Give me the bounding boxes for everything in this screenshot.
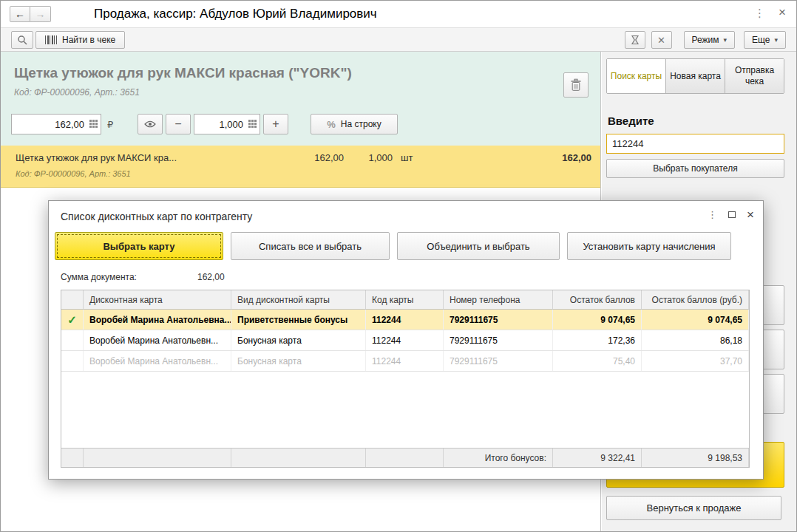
- receipt-line-row[interactable]: Щетка утюжок для рук МАКСИ кра... 162,00…: [1, 146, 600, 188]
- row-phone: 7929111675: [444, 310, 553, 330]
- cancel-x-icon: ✕: [657, 35, 665, 46]
- header-card[interactable]: Дисконтная карта: [84, 290, 231, 309]
- header-phone[interactable]: Номер телефона: [444, 290, 553, 309]
- title-bar: ← → Продажа, кассир: Абдулов Юрий Владим…: [1, 1, 796, 27]
- more-label: Еще: [752, 35, 770, 45]
- row-check-cell: ✓: [61, 310, 84, 330]
- table-row[interactable]: ✓ Воробей Марина Анатольевна... Приветст…: [61, 310, 749, 330]
- chevron-down-icon: ▾: [774, 36, 778, 44]
- tab-new-card[interactable]: Новая карта: [666, 59, 725, 93]
- footer-total-label: Итого бонусов:: [444, 449, 553, 467]
- row-phone: 7929111675: [444, 351, 553, 371]
- back-button[interactable]: ←: [10, 6, 30, 22]
- forward-arrow-icon: →: [35, 8, 46, 20]
- postpone-receipt-button[interactable]: [625, 31, 645, 49]
- quantity-increase-button[interactable]: +: [263, 114, 288, 134]
- row-card-type: Бонусная карта: [231, 351, 366, 371]
- line-total: 162,00: [510, 152, 591, 163]
- card-tabs: Поиск карты Новая карта Отправка чека: [606, 58, 784, 94]
- row-card: Воробей Марина Анатольевн...: [84, 330, 231, 350]
- table-header: Дисконтная карта Вид дисконтной карты Ко…: [61, 290, 749, 310]
- row-card: Воробей Марина Анатольевна...: [84, 310, 231, 330]
- table-row[interactable]: Воробей Марина Анатольевн... Бонусная ка…: [61, 330, 749, 351]
- back-arrow-icon: ←: [15, 8, 25, 20]
- writeoff-all-label: Списать все и выбрать: [259, 241, 362, 252]
- header-points-rub[interactable]: Остаток баллов (руб.): [642, 290, 749, 309]
- document-sum-row: Сумма документа: 162,00: [61, 272, 137, 282]
- header-card-type[interactable]: Вид дисконтной карты: [231, 290, 366, 309]
- quantity-decrease-button[interactable]: −: [166, 114, 191, 134]
- checkmark-icon: ✓: [67, 313, 77, 327]
- select-customer-button[interactable]: Выбрать покупателя: [606, 159, 784, 178]
- dialog-maximize-icon[interactable]: [728, 211, 736, 218]
- return-to-sale-label: Вернуться к продаже: [647, 502, 742, 514]
- discount-per-line-button[interactable]: % На строку: [311, 114, 398, 134]
- dialog-controls: ⋮ ×: [708, 208, 754, 221]
- row-points: 75,40: [553, 351, 642, 371]
- discount-cards-dialog: Список дисконтных карт по контрагенту ⋮ …: [48, 200, 764, 480]
- line-code: Код: ФР-00000096, Арт.: 3651: [16, 169, 131, 178]
- header-card-code[interactable]: Код карты: [366, 290, 444, 309]
- dialog-close-icon[interactable]: ×: [747, 208, 754, 221]
- row-phone: 7929111675: [444, 330, 553, 350]
- merge-and-select-button[interactable]: Объединить и выбрать: [397, 232, 560, 260]
- set-accrual-card-label: Установить карту начисления: [583, 241, 715, 252]
- select-card-label: Выбрать карту: [103, 241, 174, 252]
- price-field: [11, 114, 101, 134]
- current-item-panel: Щетка утюжок для рук МАКСИ красная ("YOR…: [1, 52, 600, 146]
- percent-icon: %: [327, 119, 336, 130]
- dialog-menu-dots-icon[interactable]: ⋮: [708, 209, 717, 220]
- calculator-icon[interactable]: [89, 120, 98, 128]
- trash-icon: [570, 78, 582, 92]
- product-code-line: Код: ФР-00000096, Арт.: 3651: [14, 87, 140, 98]
- card-number-input[interactable]: [607, 134, 784, 153]
- cancel-receipt-button[interactable]: ✕: [651, 31, 672, 49]
- more-dropdown-button[interactable]: Еще ▾: [744, 31, 786, 49]
- line-controls: ₽ − + % На строку: [11, 114, 590, 134]
- tab-send-receipt[interactable]: Отправка чека: [725, 59, 784, 93]
- history-nav: ← →: [10, 6, 51, 22]
- price-input[interactable]: [12, 115, 101, 134]
- set-accrual-card-button[interactable]: Установить карту начисления: [567, 232, 731, 260]
- mode-label: Режим: [692, 35, 719, 45]
- row-check-cell: [61, 330, 84, 350]
- find-in-receipt-label: Найти в чеке: [62, 35, 115, 45]
- document-sum-label: Сумма документа:: [61, 272, 137, 282]
- product-title: Щетка утюжок для рук МАКСИ красная ("YOR…: [14, 65, 352, 81]
- per-line-label: На строку: [341, 119, 381, 129]
- toolbar: Найти в чеке ✕ Режим ▾ Еще ▾: [1, 27, 796, 52]
- calculator-icon[interactable]: [248, 120, 257, 128]
- row-points: 9 074,65: [553, 310, 642, 330]
- barcode-icon: [45, 35, 57, 44]
- window-close-icon[interactable]: ×: [779, 5, 786, 20]
- pos-window: ← → Продажа, кассир: Абдулов Юрий Владим…: [0, 0, 797, 532]
- tab-card-search[interactable]: Поиск карты: [607, 59, 666, 93]
- select-card-button[interactable]: Выбрать карту: [55, 232, 223, 260]
- line-price: 162,00: [273, 152, 344, 163]
- hourglass-icon: [631, 35, 640, 45]
- chevron-down-icon: ▾: [724, 36, 728, 44]
- header-check-column: [61, 290, 84, 309]
- view-line-button[interactable]: [138, 114, 163, 134]
- table-footer: Итого бонусов: 9 322,41 9 198,53: [61, 448, 749, 467]
- header-points[interactable]: Остаток баллов: [553, 290, 642, 309]
- return-to-sale-button[interactable]: Вернуться к продаже: [606, 496, 781, 520]
- document-sum-value: 162,00: [197, 272, 225, 282]
- dialog-actions: Выбрать карту Списать все и выбрать Объе…: [55, 232, 757, 260]
- search-button[interactable]: [11, 31, 33, 49]
- mode-dropdown-button[interactable]: Режим ▾: [684, 31, 736, 49]
- tab-label: Отправка чека: [727, 65, 782, 87]
- line-name: Щетка утюжок для рук МАКСИ кра...: [16, 152, 177, 163]
- plus-icon: +: [272, 117, 279, 131]
- table-row[interactable]: Воробей Марина Анатольевн... Бонусная ка…: [61, 351, 749, 372]
- writeoff-all-and-select-button[interactable]: Списать все и выбрать: [231, 232, 390, 260]
- search-icon: [17, 35, 27, 45]
- footer-empty-cell: [366, 449, 444, 467]
- forward-button[interactable]: →: [30, 6, 51, 22]
- window-menu-dots-icon[interactable]: ⋮: [754, 7, 765, 20]
- find-in-receipt-button[interactable]: Найти в чеке: [35, 31, 125, 49]
- toolbar-right: ✕ Режим ▾ Еще ▾: [625, 31, 786, 49]
- delete-line-button[interactable]: [563, 72, 589, 98]
- footer-empty-cell: [61, 449, 84, 467]
- row-points: 172,36: [553, 330, 642, 350]
